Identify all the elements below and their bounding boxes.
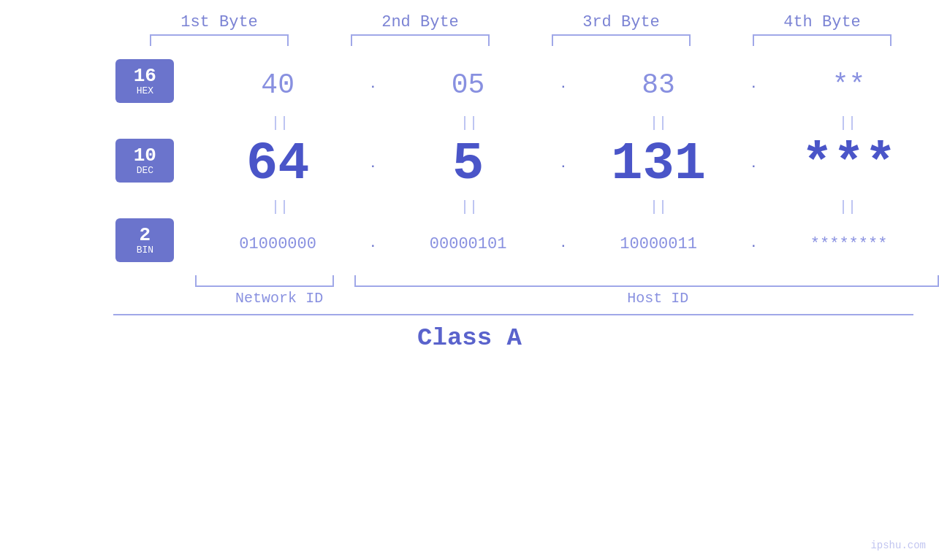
hex-byte1: 40	[188, 69, 368, 101]
bracket-cell-2	[320, 34, 521, 46]
hex-data-row: 16 HEX 40 . 05 . 83 . **	[0, 59, 939, 110]
bin-dot2: .	[560, 237, 567, 250]
dec-badge-num: 10	[134, 145, 156, 166]
overall-bracket-container	[0, 314, 939, 315]
bin-val-2: 00000101	[430, 235, 507, 253]
dec-byte4: ***	[759, 134, 939, 194]
bin-val-3: 10000011	[620, 235, 697, 253]
byte2-header: 2nd Byte	[320, 13, 521, 31]
bin-label-col: 2 BIN	[102, 218, 188, 269]
hex-badge-base: HEX	[137, 86, 153, 96]
bracket-cell-3	[521, 34, 722, 46]
class-label-row: Class A	[0, 324, 939, 352]
host-id-label: Host ID	[377, 290, 939, 307]
hex-badge-num: 16	[134, 66, 156, 87]
byte3-header: 3rd Byte	[521, 13, 722, 31]
bin-dot3: .	[750, 237, 758, 250]
dec-label-col: 10 DEC	[102, 139, 188, 190]
byte1-header: 1st Byte	[119, 13, 320, 31]
dec-dot3: .	[750, 158, 758, 171]
top-bracket-1	[150, 34, 289, 46]
bin-val-4: ********	[810, 235, 888, 253]
bottom-bracket-host	[354, 275, 939, 287]
hex-dot2: .	[560, 78, 567, 91]
bin-badge: 2 BIN	[115, 218, 174, 262]
bin-badge-num: 2	[140, 225, 151, 246]
dec-val-2: 5	[452, 134, 484, 194]
eq2-b3: ||	[567, 199, 750, 215]
header-row: 1st Byte 2nd Byte 3rd Byte 4th Byte	[0, 0, 939, 31]
dec-byte2: 5	[378, 134, 558, 194]
bin-data-row: 2 BIN 01000000 . 00000101 . 10000011 . *…	[0, 218, 939, 269]
eq1-b3: ||	[567, 115, 750, 131]
dec-val-3: 131	[611, 134, 706, 194]
bin-byte2: 00000101	[378, 235, 558, 253]
bin-byte1: 01000000	[188, 235, 368, 253]
equals-row-2: || || || ||	[0, 199, 939, 215]
hex-byte2: 05	[378, 69, 558, 101]
hex-byte3: 83	[569, 69, 749, 101]
bracket-cell-4	[722, 34, 923, 46]
eq2-b4: ||	[756, 199, 939, 215]
watermark: ipshu.com	[870, 540, 926, 551]
bin-dot1: .	[370, 237, 377, 250]
dec-val-4: ***	[802, 134, 897, 194]
hex-dot1: .	[370, 78, 377, 91]
dec-dot2: .	[560, 158, 567, 171]
dec-badge-base: DEC	[137, 166, 153, 176]
hex-badge: 16 HEX	[115, 59, 174, 103]
overall-bottom-bracket	[113, 314, 913, 315]
class-label: Class A	[417, 324, 522, 352]
bottom-bracket-net	[181, 275, 349, 287]
bracket-cell-1	[119, 34, 320, 46]
main-container: 1st Byte 2nd Byte 3rd Byte 4th Byte 16 H…	[0, 0, 939, 560]
dec-badge: 10 DEC	[115, 139, 174, 183]
dec-byte1: 64	[188, 134, 368, 194]
bin-val-1: 01000000	[239, 235, 316, 253]
bin-byte4: ********	[759, 235, 939, 253]
dec-byte3: 131	[569, 134, 749, 194]
bracket-bottom-host	[354, 275, 939, 287]
bin-byte3: 10000011	[569, 235, 749, 253]
id-labels-row: Network ID Host ID	[0, 290, 939, 307]
hex-label-col: 16 HEX	[102, 59, 188, 110]
top-bracket-3	[552, 34, 691, 46]
network-id-label: Network ID	[189, 290, 370, 307]
dec-dot1: .	[370, 158, 377, 171]
eq2-b1: ||	[189, 199, 371, 215]
hex-val-2: 05	[452, 69, 485, 101]
hex-val-4: **	[832, 69, 866, 101]
eq2-b2: ||	[378, 199, 560, 215]
hex-val-1: 40	[261, 69, 294, 101]
equals-row-1: || || || ||	[0, 115, 939, 131]
dec-data-row: 10 DEC 64 . 5 . 131 . ***	[0, 134, 939, 194]
top-bracket-row	[0, 34, 939, 46]
dec-val-1: 64	[246, 134, 309, 194]
bottom-bracket-row	[0, 275, 939, 287]
top-bracket-2	[351, 34, 490, 46]
top-bracket-4	[753, 34, 892, 46]
bin-badge-base: BIN	[137, 245, 153, 256]
hex-val-3: 83	[642, 69, 675, 101]
bracket-bottom-net	[195, 275, 334, 287]
eq1-b1: ||	[189, 115, 371, 131]
byte4-header: 4th Byte	[722, 13, 923, 31]
hex-byte4: **	[759, 69, 939, 101]
hex-dot3: .	[750, 78, 758, 91]
eq1-b4: ||	[756, 115, 939, 131]
eq1-b2: ||	[378, 115, 560, 131]
